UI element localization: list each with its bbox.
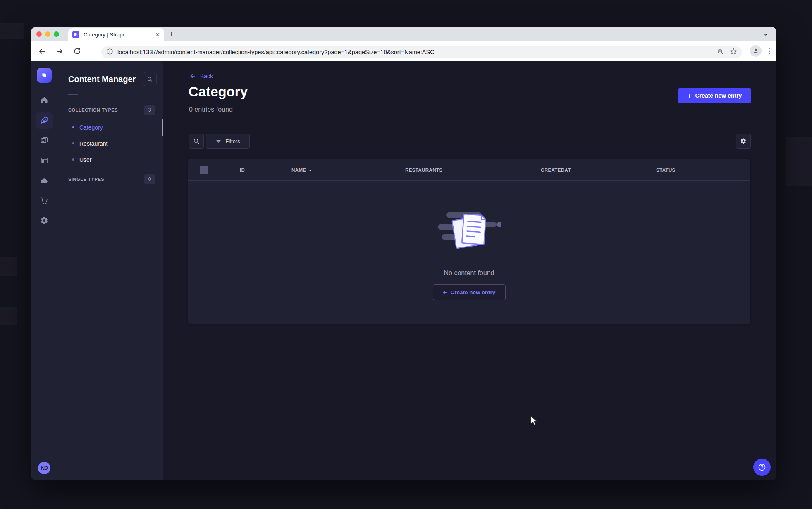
filter-icon	[215, 138, 222, 144]
bullet-icon	[72, 158, 74, 161]
deploy-cloud-icon[interactable]	[36, 172, 53, 189]
bullet-icon	[72, 142, 74, 144]
reload-icon[interactable]	[70, 44, 84, 58]
subnav-item-user[interactable]: User	[68, 151, 151, 168]
media-library-icon[interactable]	[36, 132, 53, 149]
column-header-restaurants[interactable]: RESTAURANTS	[405, 159, 442, 181]
zoom-page-icon[interactable]	[717, 48, 724, 57]
subnav-item-category[interactable]: Category	[68, 119, 151, 135]
column-header-status[interactable]: STATUS	[656, 159, 676, 181]
column-header-createdat[interactable]: CREATEDAT	[541, 159, 571, 181]
user-avatar[interactable]: KD	[38, 462, 50, 474]
wallpaper-block	[786, 137, 812, 186]
tab-close-icon[interactable]: ✕	[155, 31, 160, 38]
bullet-icon	[72, 126, 74, 128]
back-nav-icon[interactable]	[35, 44, 49, 58]
content-manager-subnav: Content Manager COLLECTION TYPES 3 Categ…	[57, 61, 163, 480]
marketplace-cart-icon[interactable]	[36, 192, 53, 209]
column-header-id[interactable]: ID	[240, 159, 245, 181]
browser-tab[interactable]: Category | Strapi ✕	[68, 28, 164, 41]
wallpaper-block	[0, 257, 17, 276]
url-bar[interactable]: localhost:1337/admin/content-manager/col…	[101, 46, 742, 58]
empty-state-message: No content found	[188, 269, 750, 277]
browser-tabstrip: Category | Strapi ✕ +	[31, 27, 776, 41]
subnav-item-restaurant[interactable]: Restaurant	[68, 135, 151, 151]
plus-icon: +	[688, 92, 692, 99]
new-tab-button[interactable]: +	[169, 29, 174, 38]
content-type-builder-icon[interactable]	[36, 152, 53, 169]
question-mark-icon	[757, 463, 767, 472]
table-search-icon[interactable]	[189, 134, 204, 149]
strapi-favicon-icon	[72, 31, 79, 38]
table-header: ID NAME ▲ RESTAURANTS CREATEDAT STATUS	[188, 159, 750, 181]
main-content: Back Category 0 entries found + Create n…	[163, 61, 776, 480]
create-new-entry-button[interactable]: + Create new entry	[678, 88, 751, 103]
page-info-icon[interactable]	[106, 48, 113, 57]
page-title: Category	[189, 84, 248, 100]
close-window-button[interactable]	[36, 31, 42, 37]
collection-types-badge: 3	[144, 105, 155, 115]
minimize-window-button[interactable]	[45, 31, 50, 37]
single-types-badge: 0	[144, 174, 155, 184]
help-button[interactable]	[753, 459, 771, 476]
tab-title: Category | Strapi	[84, 31, 152, 38]
strapi-app: KD Content Manager COLLECTION TYPES 3 Ca…	[31, 61, 776, 480]
single-types-header: SINGLE TYPES 0	[68, 174, 155, 185]
mouse-cursor	[529, 415, 538, 428]
subnav-title: Content Manager	[68, 74, 136, 84]
url-text: localhost:1337/admin/content-manager/col…	[117, 49, 713, 55]
browser-toolbar: localhost:1337/admin/content-manager/col…	[31, 41, 776, 61]
back-link[interactable]: Back	[189, 73, 213, 79]
empty-documents-illustration	[438, 209, 501, 257]
tab-search-chevron-icon[interactable]	[760, 29, 771, 40]
select-all-checkbox[interactable]	[200, 166, 208, 174]
back-arrow-icon	[189, 73, 196, 79]
forward-nav-icon[interactable]	[53, 44, 67, 58]
empty-create-new-entry-button[interactable]: + Create new entry	[433, 284, 506, 300]
entries-count: 0 entries found	[189, 106, 233, 113]
entries-table: ID NAME ▲ RESTAURANTS CREATEDAT STATUS	[188, 159, 750, 324]
plus-icon: +	[443, 289, 447, 296]
wallpaper-block	[0, 307, 17, 325]
empty-state: No content found + Create new entry	[188, 181, 750, 324]
bookmark-star-icon[interactable]	[730, 48, 737, 57]
table-settings-gear-icon[interactable]	[736, 134, 751, 149]
browser-window: Category | Strapi ✕ + localhost:1337/adm…	[31, 27, 776, 480]
wallpaper-block	[0, 23, 24, 39]
home-icon[interactable]	[36, 92, 53, 108]
filters-button[interactable]: Filters	[206, 134, 250, 149]
browser-menu-icon[interactable]: ⋮	[766, 47, 772, 55]
content-manager-feather-icon[interactable]	[36, 112, 53, 129]
collection-types-header: COLLECTION TYPES 3	[68, 105, 155, 115]
rail-divider	[36, 87, 53, 87]
window-controls	[36, 31, 59, 37]
nav-rail: KD	[31, 61, 57, 480]
browser-profile-icon[interactable]	[750, 45, 762, 57]
strapi-logo-icon[interactable]	[37, 68, 52, 83]
maximize-window-button[interactable]	[54, 31, 59, 37]
subnav-divider	[68, 94, 78, 95]
sort-ascending-icon: ▲	[308, 168, 312, 172]
column-header-name[interactable]: NAME ▲	[291, 159, 312, 181]
subnav-search-icon[interactable]	[143, 72, 157, 86]
active-item-indicator	[162, 119, 163, 136]
settings-gear-icon[interactable]	[36, 212, 53, 229]
